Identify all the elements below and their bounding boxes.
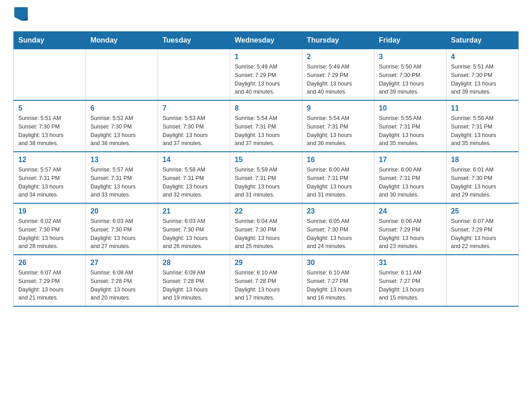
header-cell-thursday: Thursday: [302, 32, 374, 49]
day-number: 12: [18, 156, 81, 164]
header-cell-tuesday: Tuesday: [158, 32, 230, 49]
day-number: 9: [307, 104, 369, 112]
day-cell: 19Sunrise: 6:02 AM Sunset: 7:30 PM Dayli…: [14, 203, 86, 255]
day-info: Sunrise: 6:11 AM Sunset: 7:27 PM Dayligh…: [379, 269, 442, 302]
day-number: 13: [90, 156, 153, 164]
day-info: Sunrise: 5:50 AM Sunset: 7:30 PM Dayligh…: [379, 63, 442, 96]
header-cell-friday: Friday: [374, 32, 446, 49]
day-info: Sunrise: 5:52 AM Sunset: 7:30 PM Dayligh…: [90, 114, 153, 148]
day-number: 22: [235, 207, 297, 215]
day-number: 20: [90, 207, 153, 215]
day-cell: 16Sunrise: 6:00 AM Sunset: 7:31 PM Dayli…: [302, 152, 374, 203]
day-number: 3: [379, 53, 442, 61]
day-cell: 13Sunrise: 5:57 AM Sunset: 7:31 PM Dayli…: [86, 152, 158, 203]
day-info: Sunrise: 5:56 AM Sunset: 7:31 PM Dayligh…: [451, 114, 514, 148]
day-info: Sunrise: 5:49 AM Sunset: 7:29 PM Dayligh…: [307, 63, 369, 96]
day-number: 18: [451, 156, 514, 164]
day-info: Sunrise: 5:51 AM Sunset: 7:30 PM Dayligh…: [18, 114, 81, 148]
day-cell: 1Sunrise: 5:49 AM Sunset: 7:29 PM Daylig…: [230, 49, 302, 101]
day-number: 16: [307, 156, 369, 164]
header-cell-wednesday: Wednesday: [230, 32, 302, 49]
week-row-5: 26Sunrise: 6:07 AM Sunset: 7:29 PM Dayli…: [14, 255, 519, 306]
calendar-table: SundayMondayTuesdayWednesdayThursdayFrid…: [13, 31, 519, 307]
day-cell: 24Sunrise: 6:06 AM Sunset: 7:29 PM Dayli…: [374, 203, 446, 255]
day-number: 1: [235, 53, 297, 61]
day-cell: 30Sunrise: 6:10 AM Sunset: 7:27 PM Dayli…: [302, 255, 374, 306]
day-info: Sunrise: 6:10 AM Sunset: 7:28 PM Dayligh…: [235, 269, 297, 302]
day-number: 5: [18, 104, 81, 112]
header-row: SundayMondayTuesdayWednesdayThursdayFrid…: [14, 32, 519, 49]
day-number: 30: [307, 259, 369, 267]
day-info: Sunrise: 5:55 AM Sunset: 7:31 PM Dayligh…: [379, 114, 442, 148]
day-cell: 6Sunrise: 5:52 AM Sunset: 7:30 PM Daylig…: [86, 100, 158, 152]
day-info: Sunrise: 6:02 AM Sunset: 7:30 PM Dayligh…: [18, 217, 81, 251]
day-cell: [158, 49, 230, 101]
day-cell: 21Sunrise: 6:03 AM Sunset: 7:30 PM Dayli…: [158, 203, 230, 255]
day-info: Sunrise: 6:08 AM Sunset: 7:28 PM Dayligh…: [90, 269, 153, 302]
day-info: Sunrise: 6:03 AM Sunset: 7:30 PM Dayligh…: [163, 217, 225, 251]
day-cell: 22Sunrise: 6:04 AM Sunset: 7:30 PM Dayli…: [230, 203, 302, 255]
day-cell: 5Sunrise: 5:51 AM Sunset: 7:30 PM Daylig…: [14, 100, 86, 152]
day-cell: 17Sunrise: 6:00 AM Sunset: 7:31 PM Dayli…: [374, 152, 446, 203]
day-info: Sunrise: 6:06 AM Sunset: 7:29 PM Dayligh…: [379, 217, 442, 251]
day-cell: 23Sunrise: 6:05 AM Sunset: 7:30 PM Dayli…: [302, 203, 374, 255]
day-cell: 7Sunrise: 5:53 AM Sunset: 7:30 PM Daylig…: [158, 100, 230, 152]
day-number: 2: [307, 53, 369, 61]
day-info: Sunrise: 6:10 AM Sunset: 7:27 PM Dayligh…: [307, 269, 369, 302]
day-cell: 20Sunrise: 6:03 AM Sunset: 7:30 PM Dayli…: [86, 203, 158, 255]
day-info: Sunrise: 6:05 AM Sunset: 7:30 PM Dayligh…: [307, 217, 369, 251]
day-cell: 10Sunrise: 5:55 AM Sunset: 7:31 PM Dayli…: [374, 100, 446, 152]
day-cell: 15Sunrise: 5:59 AM Sunset: 7:31 PM Dayli…: [230, 152, 302, 203]
week-row-1: 1Sunrise: 5:49 AM Sunset: 7:29 PM Daylig…: [14, 49, 519, 101]
logo-icon: [14, 7, 28, 21]
day-cell: 31Sunrise: 6:11 AM Sunset: 7:27 PM Dayli…: [374, 255, 446, 306]
logo: [13, 9, 29, 22]
day-number: 21: [163, 207, 225, 215]
day-cell: 26Sunrise: 6:07 AM Sunset: 7:29 PM Dayli…: [14, 255, 86, 306]
day-info: Sunrise: 6:00 AM Sunset: 7:31 PM Dayligh…: [307, 166, 369, 199]
day-info: Sunrise: 6:09 AM Sunset: 7:28 PM Dayligh…: [163, 269, 225, 302]
day-number: 11: [451, 104, 514, 112]
day-number: 4: [451, 53, 514, 61]
day-cell: 28Sunrise: 6:09 AM Sunset: 7:28 PM Dayli…: [158, 255, 230, 306]
day-info: Sunrise: 6:04 AM Sunset: 7:30 PM Dayligh…: [235, 217, 297, 251]
calendar-header: SundayMondayTuesdayWednesdayThursdayFrid…: [14, 32, 519, 49]
day-cell: [86, 49, 158, 101]
day-number: 28: [163, 259, 225, 267]
day-number: 19: [18, 207, 81, 215]
day-cell: [446, 255, 519, 306]
day-cell: 18Sunrise: 6:01 AM Sunset: 7:30 PM Dayli…: [446, 152, 519, 203]
day-number: 25: [451, 207, 514, 215]
day-number: 31: [379, 259, 442, 267]
day-number: 29: [235, 259, 297, 267]
day-info: Sunrise: 5:54 AM Sunset: 7:31 PM Dayligh…: [307, 114, 369, 148]
day-number: 7: [163, 104, 225, 112]
day-cell: 11Sunrise: 5:56 AM Sunset: 7:31 PM Dayli…: [446, 100, 519, 152]
day-cell: 29Sunrise: 6:10 AM Sunset: 7:28 PM Dayli…: [230, 255, 302, 306]
day-info: Sunrise: 6:01 AM Sunset: 7:30 PM Dayligh…: [451, 166, 514, 199]
page-header: [13, 9, 519, 22]
day-number: 8: [235, 104, 297, 112]
header-cell-sunday: Sunday: [14, 32, 86, 49]
day-cell: 4Sunrise: 5:51 AM Sunset: 7:30 PM Daylig…: [446, 49, 519, 101]
day-cell: 12Sunrise: 5:57 AM Sunset: 7:31 PM Dayli…: [14, 152, 86, 203]
day-info: Sunrise: 6:07 AM Sunset: 7:29 PM Dayligh…: [18, 269, 81, 302]
header-cell-saturday: Saturday: [446, 32, 519, 49]
day-cell: 27Sunrise: 6:08 AM Sunset: 7:28 PM Dayli…: [86, 255, 158, 306]
day-info: Sunrise: 6:07 AM Sunset: 7:29 PM Dayligh…: [451, 217, 514, 251]
day-info: Sunrise: 5:51 AM Sunset: 7:30 PM Dayligh…: [451, 63, 514, 96]
day-number: 27: [90, 259, 153, 267]
day-number: 15: [235, 156, 297, 164]
day-number: 10: [379, 104, 442, 112]
day-number: 23: [307, 207, 369, 215]
day-info: Sunrise: 5:57 AM Sunset: 7:31 PM Dayligh…: [18, 166, 81, 199]
day-info: Sunrise: 6:00 AM Sunset: 7:31 PM Dayligh…: [379, 166, 442, 199]
day-info: Sunrise: 5:57 AM Sunset: 7:31 PM Dayligh…: [90, 166, 153, 199]
day-cell: 8Sunrise: 5:54 AM Sunset: 7:31 PM Daylig…: [230, 100, 302, 152]
day-cell: 9Sunrise: 5:54 AM Sunset: 7:31 PM Daylig…: [302, 100, 374, 152]
day-info: Sunrise: 5:59 AM Sunset: 7:31 PM Dayligh…: [235, 166, 297, 199]
day-cell: 25Sunrise: 6:07 AM Sunset: 7:29 PM Dayli…: [446, 203, 519, 255]
week-row-2: 5Sunrise: 5:51 AM Sunset: 7:30 PM Daylig…: [14, 100, 519, 152]
day-number: 6: [90, 104, 153, 112]
day-number: 14: [163, 156, 225, 164]
